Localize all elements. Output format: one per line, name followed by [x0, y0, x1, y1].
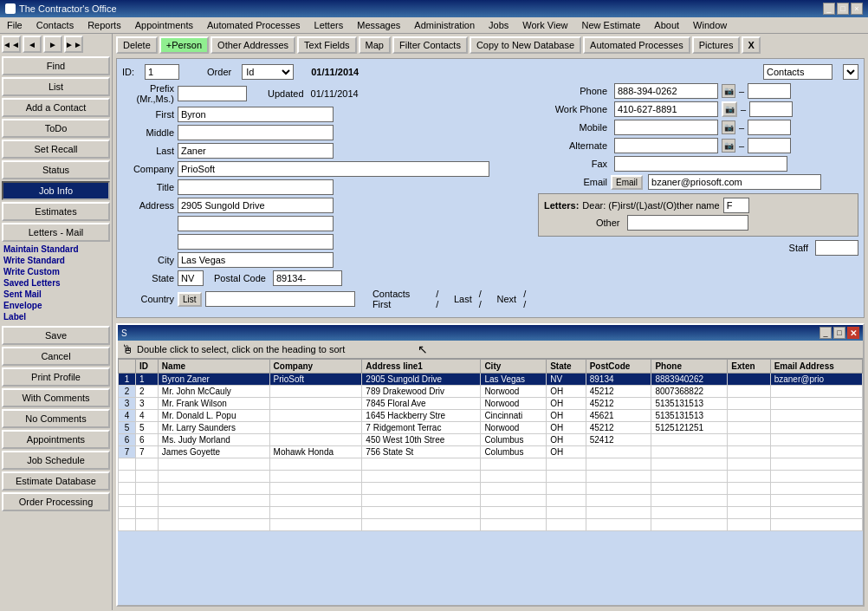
minimize-btn[interactable]: _: [823, 3, 835, 15]
menu-newestimate[interactable]: New Estimate: [578, 19, 644, 31]
col-header-state[interactable]: State: [547, 360, 586, 374]
state-input[interactable]: [178, 270, 204, 286]
table-row[interactable]: 33Mr. Frank Wilson7845 Floral AveNorwood…: [119, 398, 863, 410]
menu-administration[interactable]: Administration: [411, 19, 478, 31]
col-header-id[interactable]: ID: [136, 360, 159, 374]
work-phone-ext-input[interactable]: [749, 101, 793, 117]
address1-input[interactable]: [178, 198, 334, 213]
sidebar-btn-todo[interactable]: ToDo: [2, 119, 110, 138]
sidebar-btn-print-profile[interactable]: Print Profile: [2, 367, 110, 387]
menu-messages[interactable]: Messages: [353, 19, 404, 31]
camera-icon[interactable]: 📷: [722, 101, 737, 117]
menu-window[interactable]: Window: [690, 19, 730, 31]
mobile-input[interactable]: [614, 120, 718, 135]
sidebar-link-saved-letters[interactable]: Saved Letters: [2, 277, 110, 289]
order-select[interactable]: Id: [242, 64, 294, 80]
grid-maximize-btn[interactable]: □: [833, 327, 845, 339]
fax-input[interactable]: [614, 156, 787, 172]
map-button[interactable]: Map: [359, 36, 391, 54]
mobile-ext-input[interactable]: [748, 120, 791, 135]
nav-first-btn[interactable]: ◄◄: [2, 36, 21, 53]
sidebar-link-write-custom[interactable]: Write Custom: [2, 266, 110, 277]
col-header-address[interactable]: Address line1: [362, 360, 481, 374]
menu-appointments[interactable]: Appointments: [132, 19, 197, 31]
col-header-rownum[interactable]: [119, 360, 136, 374]
sidebar-btn-job-schedule[interactable]: Job Schedule: [2, 451, 110, 470]
table-row[interactable]: 22Mr. John McCauly789 Drakewood DrivNorw…: [119, 386, 863, 398]
table-row[interactable]: 77James GoyetteMohawk Honda756 State StC…: [119, 446, 863, 458]
table-row[interactable]: 66Ms. Judy Morland450 West 10th StreeCol…: [119, 434, 863, 446]
table-row[interactable]: 44Mr. Donald L. Popu1645 Hackberry StreC…: [119, 410, 863, 422]
menu-reports[interactable]: Reports: [84, 19, 125, 31]
sidebar-btn-appointments[interactable]: Appointments: [2, 430, 110, 449]
nav-last-btn[interactable]: ►►: [64, 36, 83, 53]
sidebar-btn-set-recall[interactable]: Set Recall: [2, 140, 110, 159]
menu-letters[interactable]: Letters: [311, 19, 347, 31]
maximize-btn[interactable]: □: [837, 3, 849, 15]
sidebar-btn-list[interactable]: List: [2, 77, 110, 96]
text-fields-button[interactable]: Text Fields: [297, 36, 357, 54]
sidebar-link-envelope[interactable]: Envelope: [2, 300, 110, 311]
delete-button[interactable]: Delete: [116, 36, 158, 54]
automated-processes-button[interactable]: Automated Processes: [583, 36, 690, 54]
col-header-name[interactable]: Name: [158, 360, 269, 374]
alternate-icon[interactable]: 📷: [722, 139, 735, 153]
col-header-email[interactable]: Email Address: [770, 360, 862, 374]
address3-input[interactable]: [178, 234, 334, 250]
menu-about[interactable]: About: [651, 19, 683, 31]
sidebar-btn-job-info[interactable]: Job Info: [2, 181, 110, 200]
col-header-exten[interactable]: Exten: [728, 360, 770, 374]
title-input[interactable]: [178, 179, 334, 195]
menu-jobs[interactable]: Jobs: [485, 19, 512, 31]
email-input[interactable]: [648, 174, 821, 190]
menu-contacts[interactable]: Contacts: [33, 19, 77, 31]
company-input[interactable]: [178, 161, 489, 177]
menu-workview[interactable]: Work View: [519, 19, 571, 31]
staff-input[interactable]: [815, 240, 858, 256]
menu-automated[interactable]: Automated Processes: [204, 19, 304, 31]
sidebar-link-sent-mail[interactable]: Sent Mail: [2, 289, 110, 300]
id-input[interactable]: [145, 64, 179, 80]
sidebar-btn-order-processing[interactable]: Order Processing: [2, 492, 110, 511]
sidebar-btn-estimate-database[interactable]: Estimate Database: [2, 471, 110, 491]
sidebar-btn-letters-mail[interactable]: Letters - Mail: [2, 223, 110, 242]
contacts-select[interactable]: [843, 64, 858, 80]
close-window-btn[interactable]: ×: [851, 3, 863, 15]
other-addresses-button[interactable]: Other Addresses: [211, 36, 295, 54]
first-name-input[interactable]: [178, 107, 334, 122]
sidebar-btn-with-comments[interactable]: With Comments: [2, 388, 110, 407]
sidebar-link-label[interactable]: Label: [2, 311, 110, 322]
sidebar-btn-no-comments[interactable]: No Comments: [2, 409, 110, 428]
sidebar-btn-status[interactable]: Status: [2, 160, 110, 179]
table-row[interactable]: 55Mr. Larry Saunders7 Ridgemont TerracNo…: [119, 422, 863, 434]
col-header-city[interactable]: City: [481, 360, 547, 374]
sidebar-link-maintain-standard[interactable]: Maintain Standard: [2, 244, 110, 255]
sidebar-btn-estimates[interactable]: Estimates: [2, 202, 110, 221]
grid-minimize-btn[interactable]: _: [819, 327, 832, 339]
menu-file[interactable]: File: [3, 19, 26, 31]
close-button[interactable]: X: [742, 36, 760, 54]
other-value-input[interactable]: [627, 215, 748, 231]
city-input[interactable]: [178, 252, 334, 268]
nav-next-btn[interactable]: ►: [43, 36, 62, 53]
country-list-btn[interactable]: List: [178, 292, 202, 307]
sidebar-link-write-standard[interactable]: Write Standard: [2, 255, 110, 266]
mobile-icon[interactable]: 📷: [722, 120, 735, 134]
phone-ext-input[interactable]: [748, 83, 791, 99]
col-header-company[interactable]: Company: [269, 360, 362, 374]
table-row[interactable]: 11Byron ZanerPrioSoft2905 Sungold DriveL…: [119, 374, 863, 386]
sidebar-btn-save[interactable]: Save: [2, 326, 110, 345]
grid-close-btn[interactable]: ✕: [847, 327, 859, 339]
grid-table-wrap[interactable]: ID Name Company Address line1 City State…: [118, 359, 863, 605]
pictures-button[interactable]: Pictures: [692, 36, 741, 54]
postal-code-input[interactable]: [273, 270, 342, 286]
col-header-phone[interactable]: Phone: [651, 360, 728, 374]
copy-to-new-database-button[interactable]: Copy to New Database: [470, 36, 581, 54]
last-name-input[interactable]: [178, 143, 334, 159]
sidebar-btn-cancel[interactable]: Cancel: [2, 347, 110, 366]
dear-value-input[interactable]: [723, 198, 749, 213]
country-input[interactable]: [205, 291, 355, 307]
alternate-input[interactable]: [614, 138, 718, 153]
middle-name-input[interactable]: [178, 125, 334, 140]
prefix-input[interactable]: [178, 86, 247, 101]
